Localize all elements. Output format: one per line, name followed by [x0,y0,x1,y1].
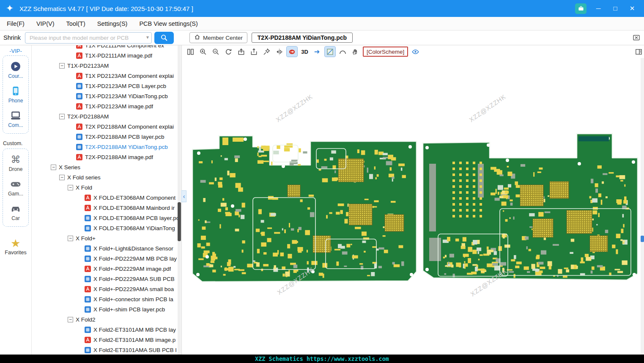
collapse-icon[interactable]: − [68,317,73,322]
export-up-icon[interactable] [236,47,247,57]
search-button[interactable] [154,32,174,44]
collapse-icon[interactable]: − [59,63,65,69]
app-logo-icon: ✦ [0,0,19,17]
board-flip-icon[interactable] [287,47,297,57]
zoom-in-icon[interactable] [198,47,208,57]
tree-item[interactable]: −X Fold series [32,172,181,182]
tree-item[interactable]: X Fold+-shim PCB layer.pcb [32,304,181,314]
sidebar-item-favorites[interactable]: ★ Favorites [5,238,26,256]
tree-item[interactable]: X Fold+-Light&Distance Sensor [32,243,181,253]
tree-item[interactable]: T1X PD2123AM Component explai [32,71,181,81]
tree-item[interactable]: X Fold2-ET3101AM MB PCB lay [32,324,181,335]
viewer-column: ‹ 3D [ColorScheme] [182,45,644,355]
sidebar-item-com[interactable]: Com... [8,110,23,128]
tree-item[interactable]: X Fold+-PD2229AM MB PCB lay [32,253,181,264]
search-dropdown-caret[interactable]: ▾ [146,34,149,40]
tree-item[interactable]: X Fold+-connector shim PCB la [32,294,181,304]
search-input[interactable] [25,32,152,44]
pdf-file-icon [76,73,85,79]
collapse-icon[interactable]: − [68,185,73,190]
close-view-icon[interactable] [632,33,641,42]
three-d-button[interactable]: 3D [299,47,310,57]
sidebar-item-car[interactable]: Car [10,203,21,221]
menu-item-pcbviewsettingss[interactable]: PCB View settings(S) [139,20,197,27]
canvas-scrollbar-thumb[interactable] [641,236,644,242]
vip-group-label: -VIP- [9,48,22,54]
tree-scrollbar[interactable] [178,45,181,355]
menu-item-filef[interactable]: File(F) [7,20,25,27]
status-bar: XZZ Schematics https://www.xzztools.com [0,355,644,363]
tree-item[interactable]: T1X-PD2123AM image.pdf [32,101,181,111]
canvas-scrollbar[interactable] [641,58,644,355]
sidebar-item-drone[interactable]: ⌘Drone [9,154,23,172]
tree-item[interactable]: T2X-PD2188AM PCB layer.pcb [32,132,181,142]
tree-item[interactable]: X FOLD-ET3068AM YiDianTong [32,223,181,233]
pin-icon[interactable] [261,47,272,57]
tree-item[interactable]: −T1X-PD2123AM [32,60,181,71]
minimize-button[interactable]: ─ [593,3,603,14]
member-center-button[interactable]: Member Center [189,32,247,43]
curve-tool-icon[interactable] [337,47,348,57]
tab-active-pcb[interactable]: T2X-PD2188AM YiDianTong.pcb [252,33,353,43]
pcb-canvas[interactable]: XZZ@XZZHK XZZ@XZZHK XZZ@XZZHK XZZ@XZZHK [182,58,644,355]
pcb-file-icon [85,347,93,353]
pcb-file-icon [76,144,85,150]
layout-panel-icon[interactable] [633,47,644,57]
pdf-file-icon [85,266,93,272]
shrink-button[interactable]: Shrink [3,34,21,41]
tree-item[interactable]: X Fold+-PD2229AMA small boa [32,284,181,294]
menu-item-toolt[interactable]: Tool(T) [66,20,85,27]
viewer-toolbar: 3D [ColorScheme] [182,45,644,58]
vip-briefcase-icon[interactable] [575,3,586,14]
pcb-file-icon [85,276,93,282]
tree-item[interactable]: X Fold2-ET3101AM MB image.p [32,335,181,345]
tree-item[interactable]: T2X-PD2188AM image.pdf [32,152,181,162]
refresh-icon[interactable] [223,47,234,57]
diagonal-measure-icon[interactable] [325,47,335,57]
tree-item[interactable]: X Fold+-PD2229AMA SUB PCB [32,274,181,284]
colorscheme-button[interactable]: [ColorScheme] [363,47,408,57]
tree-item[interactable]: −X Fold [32,182,181,192]
computer-icon [10,110,21,121]
tree-item[interactable]: X Fold2-ET3101AMA SUB PCB l [32,345,181,355]
tree-item[interactable]: −T2X-PD2188AM [32,111,181,121]
collapse-icon[interactable]: − [59,175,65,180]
pcb-file-icon [76,93,85,99]
collapse-icon[interactable]: − [59,114,65,119]
tree-item[interactable]: X FOLD-ET3068AM Mainbord ir [32,203,181,213]
tree-item[interactable]: X FOLD-ET3068AM Component [32,192,181,203]
zoom-out-icon[interactable] [211,47,221,57]
dual-view-icon[interactable] [185,47,196,57]
blue-arrow-icon[interactable] [312,47,323,57]
flip-horizontal-icon[interactable] [274,47,285,57]
collapse-tree-arrow[interactable]: ‹ [181,190,186,202]
eye-icon[interactable] [410,47,421,57]
tree-item[interactable]: X FOLD-ET3068AM PCB layer.pc [32,213,181,223]
tree-item[interactable]: T1X PD2111AM Component ex [32,45,181,50]
pcb-board-image [182,58,644,355]
sidebar-item-phone[interactable]: Phone [8,85,23,104]
pdf-file-icon [85,286,93,292]
tree-item[interactable]: T1X-PD2123AM YiDianTong.pcb [32,91,181,101]
menu-item-vipv[interactable]: VIP(V) [36,20,55,27]
collapse-icon[interactable]: − [51,165,56,170]
tree-item[interactable]: −X Fold2 [32,314,181,324]
home-icon [194,34,200,41]
tree-item[interactable]: −X Series [32,162,181,172]
tree-item[interactable]: −X Fold+ [32,233,181,243]
maximize-button[interactable]: □ [610,3,620,14]
custom-group-label: Custom. [3,140,23,146]
tree-item[interactable]: T2X PD2188AM Component explai [32,121,181,132]
sidebar-item-gam[interactable]: Gam... [8,179,23,197]
collapse-icon[interactable]: − [68,236,73,241]
close-button[interactable]: ✕ [627,3,637,14]
tree-scrollbar-thumb[interactable] [178,202,181,241]
menu-item-settingss[interactable]: Settings(S) [97,20,128,27]
sidebar-item-cour[interactable]: Cour... [8,61,23,79]
tree-item[interactable]: T1X-PD2111AM image.pdf [32,50,181,60]
tree-item[interactable]: T2X-PD2188AM YiDianTong.pcb [32,142,181,152]
pan-hand-icon[interactable] [350,47,361,57]
tree-item[interactable]: T1X-PD2123AM PCB Layer.pcb [32,81,181,91]
tree-item[interactable]: X Fold+-PD2229AM image.pdf [32,264,181,274]
import-box-icon[interactable] [249,47,259,57]
